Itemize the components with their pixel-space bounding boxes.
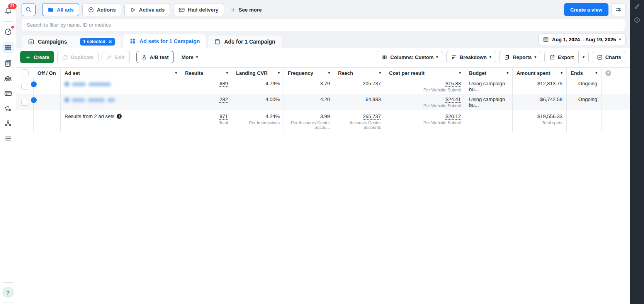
filter-chip-label: Had delivery [188,7,218,13]
col-header-results[interactable]: Results ▾ [181,68,232,78]
sort-caret-icon: ▾ [506,71,508,75]
duplicate-icon [62,54,68,60]
campaigns-table-icon[interactable] [2,42,14,53]
sort-caret-icon: ▾ [175,71,177,75]
view-settings-button[interactable] [612,3,625,16]
export-button[interactable]: Export [545,51,578,63]
history-clock-icon[interactable] [634,17,641,24]
cost-per-result-value[interactable]: $24.41 [445,96,461,102]
ad-sets-grid-icon [129,38,136,44]
totals-cost-per-result[interactable]: $20.12 [445,113,461,119]
more-button[interactable]: More ▾ [177,51,203,63]
frequency-value: 3.79 [320,81,330,86]
col-header-landing-cvr[interactable]: Landing CVR ▾ [232,68,284,78]
totals-row: Results from 2 ad sets i 971 Total 4.24%… [16,110,630,132]
totals-amount-spent-sub: Total spent [517,120,562,125]
col-header-off-on: Off / On [34,68,61,78]
columns-button[interactable]: Columns: Custom ▾ [377,51,443,63]
col-header-amount-spent[interactable]: Amount spent ▾ [513,68,567,78]
totals-cost-per-result-sub: Per Website Submit [389,120,461,125]
billing-card-icon[interactable] [3,88,13,98]
clear-selection-icon[interactable]: ✕ [109,39,112,44]
calendar-icon [543,36,549,42]
totals-reach[interactable]: 265,737 [363,113,381,119]
col-header-ends[interactable]: Ends ▾ [567,68,602,78]
totals-frequency: 3.99 [320,113,330,119]
filter-chip-actions[interactable]: Actions [82,3,121,16]
col-header-cost-per-result[interactable]: Cost per result ▾ [385,68,465,78]
row-checkbox[interactable] [21,99,28,106]
tab-ads[interactable]: Ads for 1 Campaign [208,35,281,48]
tab-campaigns[interactable]: Campaigns 1 selected ✕ [22,35,121,48]
row-checkbox[interactable] [21,83,28,90]
account-overview-gauge-icon[interactable] [3,27,13,37]
empty-area [16,132,630,304]
col-header-reach[interactable]: Reach ▾ [334,68,385,78]
tab-campaigns-label: Campaigns [38,39,67,45]
pencil-icon [107,54,112,60]
col-header-ad-set[interactable]: Ad set ▾ [61,68,181,78]
ads-page-icon [214,39,221,45]
totals-label: Results from 2 ad sets [65,113,114,119]
chevron-down-icon: ▾ [436,56,438,59]
amount-spent-value: $6,742.58 [540,96,562,102]
ends-value: Ongoing [578,81,597,86]
left-nav-rail: 21 [0,0,16,304]
date-range-picker[interactable]: Aug 1, 2024 – Aug 19, 2025 ▾ [538,34,625,45]
col-header-budget[interactable]: Budget ▾ [465,68,513,78]
all-tools-menu-icon[interactable] [3,133,13,144]
export-split-button: Export ▾ [544,51,589,63]
sort-caret-icon: ▾ [226,71,228,75]
reports-button[interactable]: Reports ▾ [499,51,541,63]
sidebar-divider [3,21,13,22]
main-area: All ads Actions Active ads [16,0,630,304]
notifications-bell-icon[interactable]: 21 [3,6,13,16]
search-button[interactable] [22,3,36,16]
cost-per-result-value[interactable]: $15.83 [445,81,461,86]
create-a-view-button[interactable]: Create a view [564,3,608,16]
add-column-icon[interactable]: + [605,70,611,76]
business-structure-icon[interactable] [3,118,13,128]
ad-set-name-redacted[interactable] [65,98,177,102]
breakdown-button[interactable]: Breakdown ▾ [446,51,496,63]
charts-button[interactable]: Charts [592,51,626,63]
filter-chip-all-ads[interactable]: All ads [42,3,79,16]
audiences-people-icon[interactable] [3,73,13,83]
totals-frequency-sub: Per Accounts Center accou... [288,120,330,130]
ad-set-name-redacted[interactable] [65,82,177,86]
ads-reporting-pages-icon[interactable] [3,58,13,68]
filter-chip-had-delivery[interactable]: Had delivery [173,3,224,16]
tab-ad-sets[interactable]: Ad sets for 1 Campaign [123,34,206,48]
search-input[interactable] [22,19,625,31]
marketing-megaphone-icon[interactable] [3,103,13,113]
see-more-filters-button[interactable]: See more [227,3,265,16]
sidebar-divider [3,282,13,283]
results-value[interactable]: 689 [219,81,228,86]
sort-caret-icon: ▾ [379,71,381,75]
level-tabs: Campaigns 1 selected ✕ Ad sets for 1 Cam… [16,31,630,48]
duplicate-button[interactable]: Duplicate [57,51,99,63]
totals-landing-cvr: 4.24% [265,113,280,119]
sort-caret-icon: ▾ [561,71,562,75]
totals-results[interactable]: 971 [219,113,228,119]
filter-chip-label: All ads [57,7,74,13]
campaigns-folder-icon [28,39,34,45]
help-button[interactable]: ? [2,287,14,298]
see-more-label: See more [239,7,262,13]
ab-test-button[interactable]: A/B test [136,51,174,63]
edit-button[interactable]: Edit [102,51,130,63]
totals-results-sub: Total [185,120,228,125]
edit-pencil-icon[interactable] [634,3,641,10]
results-value[interactable]: 282 [219,96,228,102]
select-all-checkbox[interactable] [22,69,29,76]
sort-caret-icon: ▾ [328,71,330,75]
col-header-frequency[interactable]: Frequency ▾ [284,68,334,78]
info-icon[interactable]: i [117,114,122,119]
filter-chip-active-ads[interactable]: Active ads [124,3,170,16]
chevron-down-icon: ▾ [535,56,537,59]
selected-count-badge[interactable]: 1 selected ✕ [80,38,115,46]
envelope-icon [178,7,185,13]
export-options-button[interactable]: ▾ [578,51,588,63]
create-button[interactable]: Create [20,51,54,63]
reach-value: 64,983 [365,96,381,102]
